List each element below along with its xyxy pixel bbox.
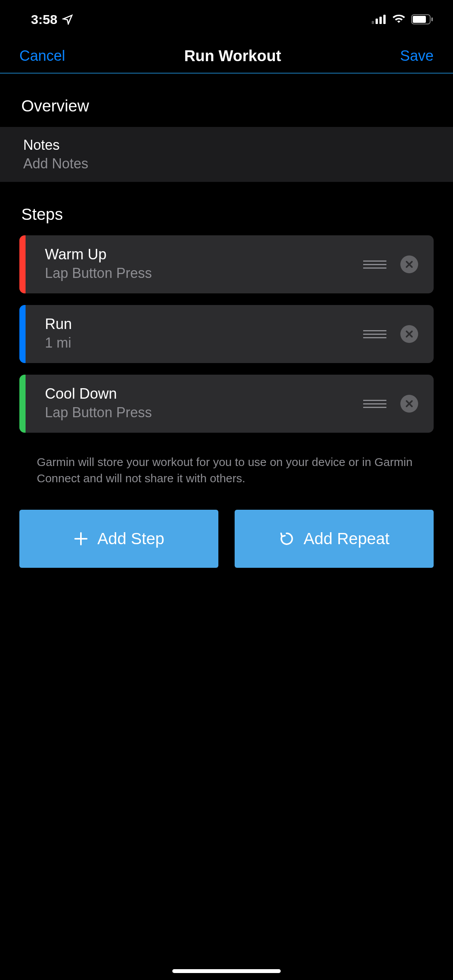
status-bar: 3:58 (0, 0, 453, 39)
add-step-button[interactable]: Add Step (19, 510, 218, 568)
status-time: 3:58 (31, 12, 57, 27)
drag-handle-icon[interactable] (363, 330, 386, 338)
notes-label: Notes (23, 137, 430, 153)
steps-header: Steps (0, 182, 453, 235)
add-repeat-label: Add Repeat (304, 529, 390, 548)
delete-step-button[interactable] (400, 395, 418, 413)
close-icon (405, 399, 414, 408)
notes-row[interactable]: Notes Add Notes (0, 127, 453, 182)
step-color-indicator (19, 305, 26, 363)
privacy-disclosure: Garmin will store your workout for you t… (0, 433, 453, 487)
svg-rect-6 (431, 17, 433, 21)
repeat-icon (279, 531, 294, 547)
step-actions (363, 305, 434, 363)
add-step-label: Add Step (98, 529, 165, 548)
save-button[interactable]: Save (400, 48, 434, 64)
svg-rect-1 (376, 19, 378, 24)
wifi-icon (392, 14, 406, 24)
step-title: Run (45, 316, 363, 332)
step-card-warmup[interactable]: Warm Up Lap Button Press (19, 235, 434, 293)
svg-rect-2 (379, 17, 382, 24)
step-content: Cool Down Lap Button Press (26, 375, 363, 433)
step-color-indicator (19, 375, 26, 433)
plus-icon (74, 531, 88, 546)
battery-icon (411, 14, 434, 24)
svg-rect-3 (383, 15, 386, 24)
drag-handle-icon[interactable] (363, 260, 386, 269)
step-title: Cool Down (45, 385, 363, 402)
step-card-run[interactable]: Run 1 mi (19, 305, 434, 363)
nav-header: Cancel Run Workout Save (0, 39, 453, 74)
cellular-icon (372, 15, 386, 24)
step-actions (363, 235, 434, 293)
notes-placeholder: Add Notes (23, 156, 430, 172)
step-subtitle: Lap Button Press (45, 404, 363, 421)
step-content: Run 1 mi (26, 305, 363, 363)
cancel-button[interactable]: Cancel (19, 48, 65, 64)
step-title: Warm Up (45, 246, 363, 263)
overview-header: Overview (0, 74, 453, 127)
status-left: 3:58 (31, 12, 73, 27)
delete-step-button[interactable] (400, 325, 418, 343)
step-subtitle: 1 mi (45, 335, 363, 351)
page-title: Run Workout (184, 47, 281, 65)
add-repeat-button[interactable]: Add Repeat (235, 510, 434, 568)
close-icon (405, 260, 414, 269)
location-icon (62, 14, 73, 25)
step-card-cooldown[interactable]: Cool Down Lap Button Press (19, 375, 434, 433)
delete-step-button[interactable] (400, 255, 418, 273)
status-right (372, 14, 434, 24)
steps-list: Warm Up Lap Button Press Run 1 mi (0, 235, 453, 433)
svg-rect-0 (372, 21, 374, 24)
step-actions (363, 375, 434, 433)
action-button-row: Add Step Add Repeat (0, 487, 453, 568)
step-color-indicator (19, 235, 26, 293)
step-content: Warm Up Lap Button Press (26, 235, 363, 293)
home-indicator[interactable] (172, 969, 281, 973)
step-subtitle: Lap Button Press (45, 265, 363, 281)
close-icon (405, 330, 414, 338)
svg-rect-5 (413, 16, 426, 23)
drag-handle-icon[interactable] (363, 400, 386, 408)
